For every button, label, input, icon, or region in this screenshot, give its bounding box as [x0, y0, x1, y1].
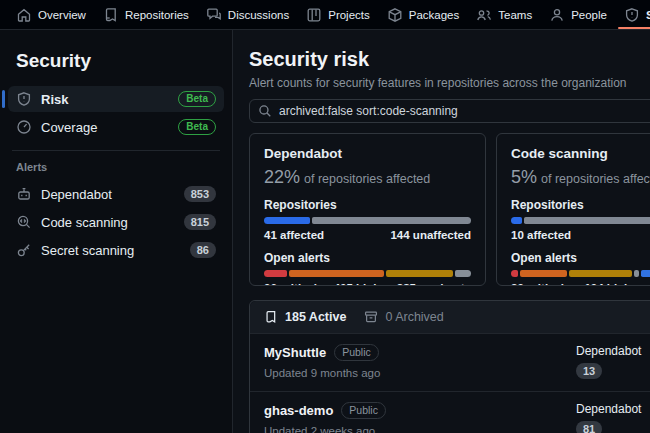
- codescan-icon: [16, 214, 32, 230]
- teams-icon: [476, 7, 492, 23]
- repositories-bar: [264, 217, 471, 224]
- open-alerts-bar: [264, 270, 471, 277]
- nav-tab-overview[interactable]: Overview: [14, 0, 88, 29]
- divider: [12, 150, 220, 151]
- dependabot-icon: [16, 186, 32, 202]
- repo-name-link[interactable]: MyShuttle: [264, 345, 326, 360]
- card-percent-line: 22%of repositories affected: [264, 167, 471, 188]
- nav-tab-packages[interactable]: Packages: [385, 0, 462, 29]
- repo-name-link[interactable]: ghas-demo: [264, 403, 333, 418]
- bar-segment-affected: [511, 217, 522, 224]
- sidebar-item-label: Code scanning: [41, 215, 175, 230]
- nav-tab-label: Repositories: [125, 9, 189, 21]
- sidebar-item-secret-scanning[interactable]: Secret scanning 86: [8, 237, 224, 263]
- nav-tab-people[interactable]: People: [547, 0, 609, 29]
- security-feature-cards: Dependabot 22%of repositories affected R…: [249, 133, 650, 286]
- open-alerts-counts: 29 critical 194 high 254 medium 316 info…: [511, 282, 650, 286]
- org-tab-nav: Overview Repositories Discussions Projec…: [0, 0, 650, 30]
- open-alerts-bar: [511, 270, 650, 277]
- home-icon: [16, 7, 32, 23]
- sidebar-title: Security: [16, 50, 224, 72]
- high-count: 405 high: [334, 282, 381, 286]
- page-title: Security risk: [249, 48, 650, 71]
- projects-icon: [306, 7, 322, 23]
- moderate-count: 285 moderate: [397, 282, 471, 286]
- nav-tab-label: Discussions: [228, 9, 289, 21]
- nav-tab-label: Security: [646, 9, 650, 21]
- bar-segment-high: [289, 270, 384, 277]
- security-sidebar: Security Risk Beta Coverage Beta Alerts …: [0, 30, 233, 433]
- bar-segment-low: [634, 270, 639, 277]
- repo-icon: [264, 310, 278, 324]
- row-alert-count-badge[interactable]: 13: [576, 363, 602, 379]
- open-alerts-bar-label: Open alerts: [511, 251, 650, 265]
- visibility-badge: Public: [341, 402, 386, 419]
- archive-icon: [364, 310, 378, 324]
- alert-count-badge: 853: [184, 186, 216, 202]
- dependabot-card: Dependabot 22%of repositories affected R…: [249, 133, 486, 286]
- beta-badge: Beta: [178, 91, 216, 107]
- bar-segment-critical: [511, 270, 518, 277]
- person-icon: [549, 7, 565, 23]
- bar-segment-informational: [641, 270, 650, 277]
- card-percent-line: 5%of repositories affected: [511, 167, 650, 188]
- search-input[interactable]: [279, 104, 650, 118]
- sidebar-item-label: Coverage: [41, 120, 169, 135]
- sidebar-item-label: Secret scanning: [41, 243, 181, 258]
- nav-tab-label: Packages: [409, 9, 460, 21]
- active-filter[interactable]: 185 Active: [264, 310, 346, 324]
- critical-count: 96 critical: [264, 282, 317, 286]
- percent-suffix: of repositories affected: [541, 172, 650, 186]
- table-header: 185 Active 0 Archived: [250, 301, 650, 333]
- sidebar-item-risk[interactable]: Risk Beta: [8, 86, 224, 112]
- open-alerts-counts: 96 critical 405 high 285 moderate 67 low: [264, 282, 471, 286]
- high-count: 194 high: [584, 282, 631, 286]
- sidebar-item-coverage[interactable]: Coverage Beta: [8, 114, 224, 140]
- bar-segment-high: [520, 270, 567, 277]
- critical-count: 29 critical: [511, 282, 564, 286]
- nav-tab-repositories[interactable]: Repositories: [101, 0, 191, 29]
- row-alert-count-badge[interactable]: 81: [576, 421, 602, 433]
- sidebar-item-code-scanning[interactable]: Code scanning 815: [8, 209, 224, 235]
- selected-accent-bar: [2, 90, 5, 108]
- nav-tab-label: Overview: [38, 9, 86, 21]
- bar-segment-unaffected: [524, 217, 650, 224]
- nav-tab-discussions[interactable]: Discussions: [204, 0, 291, 29]
- bar-segment-unaffected: [312, 217, 471, 224]
- repositories-bar: [511, 217, 650, 224]
- table-row[interactable]: MyShuttle Public Updated 9 months ago De…: [250, 333, 650, 391]
- repositories-table: 185 Active 0 Archived MyShuttle Public U…: [249, 300, 650, 433]
- repo-updated-text: Updated 9 months ago: [264, 367, 576, 379]
- repo-updated-text: Updated 2 weeks ago: [264, 425, 576, 433]
- bar-segment-moderate: [569, 270, 631, 277]
- affected-count: 10 affected: [511, 229, 571, 241]
- archived-filter-label: 0 Archived: [385, 310, 443, 324]
- visibility-badge: Public: [334, 344, 379, 361]
- unaffected-count: 144 unaffected: [390, 229, 471, 241]
- bar-segment-moderate: [386, 270, 453, 277]
- table-row[interactable]: ghas-demo Public Updated 2 weeks ago Dep…: [250, 391, 650, 433]
- archived-filter[interactable]: 0 Archived: [364, 310, 443, 324]
- nav-tab-label: Teams: [498, 9, 532, 21]
- package-icon: [387, 7, 403, 23]
- key-icon: [16, 242, 32, 258]
- affected-count: 41 affected: [264, 229, 324, 241]
- alert-type-label: Dependabot: [576, 402, 650, 416]
- nav-tab-teams[interactable]: Teams: [474, 0, 534, 29]
- repositories-counts: 41 affected 144 unaffected: [264, 229, 471, 241]
- repo-filter-searchbox[interactable]: [249, 99, 650, 123]
- percent-value: 5%: [511, 167, 537, 187]
- repositories-counts: 10 affected: [511, 229, 650, 241]
- discussions-icon: [206, 7, 222, 23]
- bar-segment-affected: [264, 217, 310, 224]
- nav-tab-security[interactable]: Security: [622, 0, 650, 29]
- repositories-bar-label: Repositories: [511, 198, 650, 212]
- alert-type-label: Dependabot: [576, 344, 650, 358]
- shield-exclamation-icon: [16, 91, 32, 107]
- sidebar-item-dependabot[interactable]: Dependabot 853: [8, 181, 224, 207]
- nav-tab-projects[interactable]: Projects: [304, 0, 372, 29]
- percent-suffix: of repositories affected: [304, 172, 430, 186]
- beta-badge: Beta: [178, 119, 216, 135]
- repo-icon: [103, 7, 119, 23]
- nav-tab-label: Projects: [328, 9, 370, 21]
